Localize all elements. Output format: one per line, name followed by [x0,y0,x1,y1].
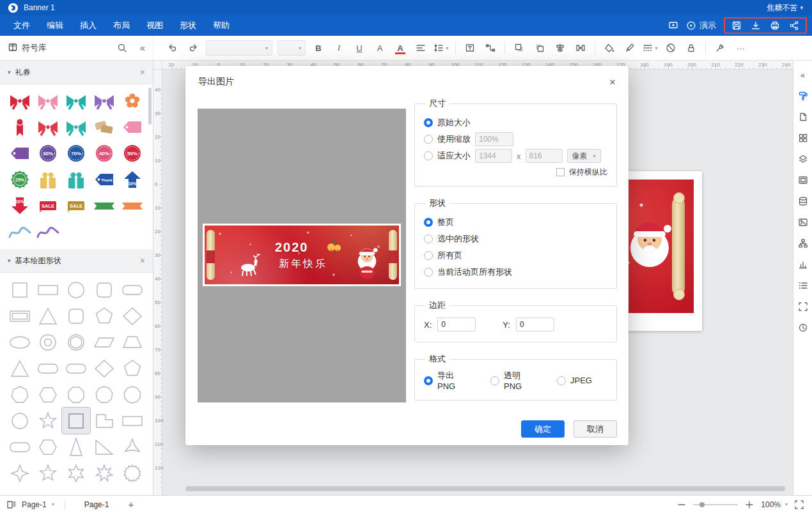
align-objects-button[interactable] [552,40,568,56]
share-icon[interactable] [789,20,799,31]
fit-height-input[interactable] [526,149,563,163]
radio-jpeg[interactable] [557,376,566,385]
page-tab[interactable]: Page-1 [75,500,118,509]
download-icon[interactable] [751,20,761,31]
shape-star-3[interactable] [118,434,146,460]
shape-diamond[interactable] [90,355,118,381]
symbol-bow[interactable] [6,88,34,114]
symbol-gift[interactable] [62,167,90,193]
demo-button[interactable]: 演示 [686,20,716,31]
presentation-view-icon[interactable] [668,20,678,31]
shape-nonagon[interactable] [90,381,118,408]
cancel-button[interactable]: 取消 [574,420,617,438]
zoom-slider-knob[interactable] [699,502,705,507]
margin-y-input[interactable] [516,318,554,332]
fit-width-input[interactable] [475,149,512,163]
collapse-panel-icon[interactable]: « [134,40,151,56]
shape-rounded-rectangle[interactable] [34,355,62,381]
fit-screen-icon[interactable] [795,299,811,314]
shape-square[interactable] [6,277,34,303]
symbol-library-button[interactable]: 符号库 [0,42,53,54]
format-paint-icon[interactable] [795,88,811,103]
radio-use-scale[interactable] [424,135,433,144]
zoom-out-icon[interactable] [676,500,687,510]
symbol-bow[interactable] [90,88,118,114]
slide-frame-icon[interactable] [795,172,811,188]
shape-hexagon[interactable] [34,381,62,408]
close-icon[interactable]: × [609,77,616,88]
fill-button[interactable] [601,40,618,56]
shape-rectangle[interactable] [118,408,146,434]
italic-button[interactable]: I [331,40,347,56]
symbol-arrow-down-10pct[interactable]: 10% [6,193,34,219]
symbol-gift[interactable] [34,167,62,193]
align-button[interactable] [412,40,429,56]
shape-hexagon[interactable] [34,434,62,460]
close-icon[interactable]: × [140,256,145,266]
symbol-bow[interactable] [62,88,90,114]
menu-view[interactable]: 视图 [138,16,171,35]
radio-active-page-shapes[interactable] [424,268,433,277]
symbol-wave[interactable] [6,219,34,245]
menu-layout[interactable]: 布局 [105,16,138,35]
symbol-banner[interactable] [90,193,118,219]
tools-button[interactable] [712,40,728,56]
print-icon[interactable] [770,20,780,31]
shape-seal[interactable] [118,460,146,486]
shape-decagon[interactable] [118,381,146,408]
history-icon[interactable] [795,320,811,335]
distribute-button[interactable] [572,40,589,56]
radio-transparent-png[interactable] [490,376,499,385]
menu-insert[interactable]: 插入 [72,16,105,35]
shape-star-5[interactable] [34,408,62,434]
zoom-slider[interactable] [693,504,738,505]
shape-tall-triangle[interactable] [62,434,90,460]
redo-button[interactable] [185,40,201,56]
radio-selected-shapes[interactable] [424,234,433,243]
symbol-arrow-up-10pct[interactable]: 10% [118,167,146,193]
layers-icon[interactable] [795,151,811,167]
shape-rectangle[interactable] [34,277,62,303]
connector-button[interactable] [482,40,499,56]
symbol-sale-sale[interactable]: SALE [34,193,62,219]
shape-triangle[interactable] [6,355,34,381]
shape-l-shape[interactable] [90,408,118,434]
line-spacing-button[interactable]: ▾ [433,40,449,56]
symbol-wave[interactable] [34,219,62,245]
clear-format-button[interactable] [662,40,679,56]
fit-screen-icon[interactable] [794,500,804,510]
collapse-left-icon[interactable]: « [795,67,811,82]
shape-pentagon[interactable] [118,355,146,381]
line-style-button[interactable]: ▾ [642,40,659,56]
shape-triangle[interactable] [34,303,62,329]
radio-original-size[interactable] [424,118,433,127]
undo-button[interactable] [164,40,181,56]
shape-square-selected[interactable] [62,408,90,434]
org-structure-icon[interactable] [795,236,811,251]
radio-fit-size[interactable] [424,151,433,160]
add-page-button[interactable]: + [123,499,139,510]
ok-button[interactable]: 确定 [521,420,565,438]
symbol-flower[interactable] [118,88,146,114]
shape-pentagon[interactable] [90,303,118,329]
symbol-badge-70pct[interactable]: 70% [62,141,90,167]
symbol-tag-thank[interactable]: Thank [90,167,118,193]
more-button[interactable]: ··· [732,40,749,56]
symbol-bow[interactable] [62,114,90,141]
underline-button[interactable]: U [351,40,368,56]
text-box-button[interactable] [462,40,478,56]
shape-star-4[interactable] [6,460,34,486]
shape-trapezoid[interactable] [118,329,146,355]
user-menu[interactable]: 焦糖不苦 ▾ [767,3,803,13]
shape-rounded-rectangle[interactable] [6,434,34,460]
menu-file[interactable]: 文件 [5,16,38,35]
shape-star-5[interactable] [34,460,62,486]
symbol-ribbon[interactable] [6,114,34,141]
outline-icon[interactable] [795,278,811,293]
shape-octagon[interactable] [62,381,90,408]
symbol-double-tag[interactable] [90,114,118,141]
menu-shape[interactable]: 形状 [171,16,205,35]
pen-button[interactable] [621,40,638,56]
bold-button[interactable]: B [310,40,327,56]
margin-x-input[interactable] [437,318,476,332]
